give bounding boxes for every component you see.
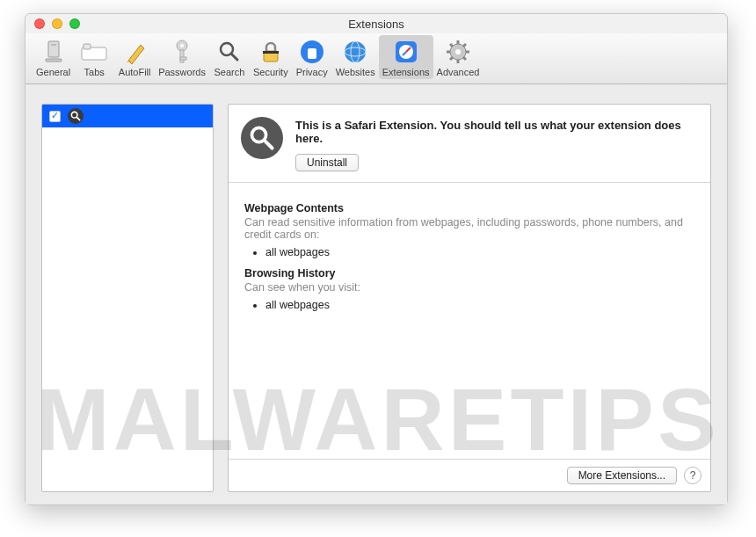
search-icon — [214, 38, 245, 66]
svg-line-10 — [231, 54, 237, 60]
window-title: Extensions — [25, 18, 727, 31]
svg-rect-8 — [180, 57, 186, 60]
gear-icon — [442, 38, 474, 66]
preferences-window: Extensions General Tabs AutoFill — [25, 13, 728, 505]
extension-icon — [68, 108, 84, 124]
extension-detail: This is a Safari Extension. You should t… — [228, 104, 711, 492]
detail-body: Webpage Contents Can read sensitive info… — [229, 183, 710, 332]
svg-line-28 — [450, 57, 453, 60]
svg-point-21 — [455, 49, 461, 54]
uninstall-button[interactable]: Uninstall — [295, 154, 359, 171]
section-subtitle: Can read sensitive information from webp… — [244, 216, 694, 241]
lock-icon — [255, 38, 287, 66]
svg-line-29 — [463, 44, 466, 47]
svg-line-31 — [76, 117, 79, 120]
section-title: Webpage Contents — [244, 202, 694, 214]
tab-extensions[interactable]: Extensions — [379, 35, 433, 79]
general-icon — [38, 38, 69, 66]
tab-label: Websites — [336, 67, 375, 77]
globe-icon — [339, 38, 371, 66]
toolbar: General Tabs AutoFill Passwords — [25, 33, 727, 84]
svg-rect-0 — [48, 41, 59, 57]
svg-rect-1 — [51, 44, 56, 46]
help-button[interactable]: ? — [684, 467, 701, 484]
section-subtitle: Can see when you visit: — [244, 281, 694, 294]
extensions-icon — [390, 38, 422, 66]
permission-bullet: all webpages — [265, 246, 694, 258]
svg-rect-2 — [46, 59, 62, 62]
tab-label: Advanced — [437, 67, 480, 77]
tab-label: Passwords — [158, 67, 206, 77]
tab-label: Extensions — [382, 67, 430, 77]
section-title: Browsing History — [244, 267, 694, 279]
detail-header: This is a Safari Extension. You should t… — [229, 105, 710, 183]
tab-privacy[interactable]: Privacy — [292, 35, 332, 79]
tabs-icon — [78, 38, 110, 66]
tab-label: Search — [214, 67, 245, 77]
tab-general[interactable]: General — [33, 35, 74, 79]
tab-websites[interactable]: Websites — [332, 35, 379, 79]
tab-passwords[interactable]: Passwords — [155, 35, 209, 79]
content-area: This is a Safari Extension. You should t… — [25, 84, 727, 504]
autofill-icon — [119, 38, 150, 66]
svg-rect-7 — [180, 50, 184, 62]
tab-label: General — [36, 67, 70, 77]
svg-rect-4 — [84, 44, 91, 49]
svg-line-26 — [450, 44, 453, 47]
privacy-icon — [296, 38, 328, 66]
svg-line-27 — [463, 57, 466, 60]
detail-footer: More Extensions... ? — [229, 459, 710, 491]
permission-bullet: all webpages — [265, 299, 694, 311]
tab-autofill[interactable]: AutoFill — [114, 35, 155, 79]
extension-description: This is a Safari Extension. You should t… — [295, 119, 698, 145]
key-icon — [166, 38, 198, 66]
tab-tabs[interactable]: Tabs — [74, 35, 114, 79]
svg-rect-14 — [308, 48, 316, 59]
tab-security[interactable]: Security — [250, 35, 292, 79]
tab-label: Security — [253, 67, 288, 77]
tab-search[interactable]: Search — [209, 35, 250, 79]
extension-row[interactable] — [42, 105, 213, 127]
tab-label: Privacy — [296, 67, 328, 77]
more-extensions-button[interactable]: More Extensions... — [567, 467, 677, 484]
extension-large-icon — [241, 117, 283, 159]
tab-label: Tabs — [84, 67, 105, 77]
titlebar: Extensions — [25, 14, 727, 33]
svg-point-6 — [180, 44, 184, 47]
tab-label: AutoFill — [119, 67, 151, 77]
svg-rect-12 — [263, 51, 279, 54]
extensions-list — [41, 104, 214, 492]
svg-line-33 — [265, 141, 273, 149]
svg-point-15 — [345, 41, 366, 62]
tab-advanced[interactable]: Advanced — [433, 35, 483, 79]
extension-enable-checkbox[interactable] — [49, 111, 61, 122]
